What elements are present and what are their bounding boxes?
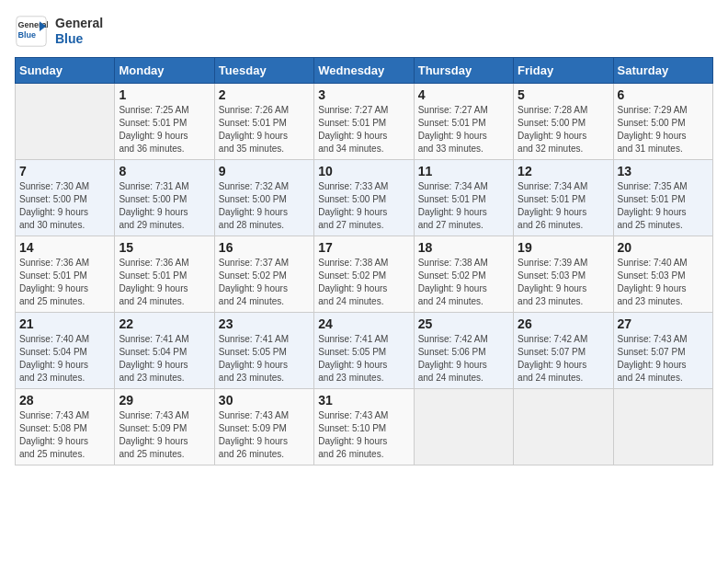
weekday-header-tuesday: Tuesday	[214, 58, 313, 84]
calendar-cell: 5Sunrise: 7:28 AM Sunset: 5:00 PM Daylig…	[514, 84, 613, 160]
calendar-cell: 9Sunrise: 7:32 AM Sunset: 5:00 PM Daylig…	[214, 160, 313, 236]
day-number: 11	[418, 164, 509, 178]
calendar-cell: 22Sunrise: 7:41 AM Sunset: 5:04 PM Dayli…	[115, 313, 214, 389]
weekday-header-friday: Friday	[514, 58, 613, 84]
calendar-cell: 23Sunrise: 7:41 AM Sunset: 5:05 PM Dayli…	[214, 313, 313, 389]
day-info: Sunrise: 7:26 AM Sunset: 5:01 PM Dayligh…	[219, 104, 310, 155]
day-number: 5	[518, 87, 609, 102]
day-number: 6	[618, 87, 709, 102]
calendar-cell: 20Sunrise: 7:40 AM Sunset: 5:03 PM Dayli…	[613, 236, 712, 313]
calendar-cell: 4Sunrise: 7:27 AM Sunset: 5:01 PM Daylig…	[414, 84, 513, 160]
calendar-cell: 28Sunrise: 7:43 AM Sunset: 5:08 PM Dayli…	[16, 389, 115, 465]
calendar-week-row: 28Sunrise: 7:43 AM Sunset: 5:08 PM Dayli…	[16, 389, 713, 465]
day-info: Sunrise: 7:41 AM Sunset: 5:05 PM Dayligh…	[318, 333, 409, 385]
day-number: 8	[119, 164, 210, 178]
calendar-cell: 29Sunrise: 7:43 AM Sunset: 5:09 PM Dayli…	[115, 389, 214, 465]
calendar-cell	[514, 389, 613, 465]
day-number: 17	[318, 240, 409, 255]
weekday-header-thursday: Thursday	[414, 58, 513, 84]
day-number: 15	[119, 240, 210, 255]
day-number: 16	[219, 240, 310, 255]
day-number: 9	[219, 164, 310, 178]
day-info: Sunrise: 7:40 AM Sunset: 5:04 PM Dayligh…	[19, 333, 110, 385]
calendar-cell: 24Sunrise: 7:41 AM Sunset: 5:05 PM Dayli…	[314, 313, 414, 389]
day-number: 4	[418, 87, 509, 102]
calendar-table: SundayMondayTuesdayWednesdayThursdayFrid…	[15, 57, 713, 465]
day-number: 28	[19, 393, 110, 408]
calendar-week-row: 21Sunrise: 7:40 AM Sunset: 5:04 PM Dayli…	[16, 313, 713, 389]
logo-text-line2: Blue	[55, 31, 103, 47]
day-info: Sunrise: 7:43 AM Sunset: 5:09 PM Dayligh…	[219, 409, 310, 461]
day-info: Sunrise: 7:40 AM Sunset: 5:03 PM Dayligh…	[618, 257, 709, 308]
calendar-cell: 12Sunrise: 7:34 AM Sunset: 5:01 PM Dayli…	[514, 160, 613, 236]
day-number: 29	[119, 393, 210, 408]
calendar-cell: 17Sunrise: 7:38 AM Sunset: 5:02 PM Dayli…	[314, 236, 414, 313]
logo-text-line1: General	[55, 16, 103, 31]
calendar-cell	[613, 389, 712, 465]
day-info: Sunrise: 7:32 AM Sunset: 5:00 PM Dayligh…	[219, 180, 310, 232]
calendar-cell: 21Sunrise: 7:40 AM Sunset: 5:04 PM Dayli…	[16, 313, 115, 389]
day-info: Sunrise: 7:25 AM Sunset: 5:01 PM Dayligh…	[119, 104, 210, 155]
day-number: 23	[219, 316, 310, 331]
day-info: Sunrise: 7:31 AM Sunset: 5:00 PM Dayligh…	[119, 180, 210, 232]
weekday-header-saturday: Saturday	[613, 58, 712, 84]
calendar-cell: 16Sunrise: 7:37 AM Sunset: 5:02 PM Dayli…	[214, 236, 313, 313]
calendar-cell: 6Sunrise: 7:29 AM Sunset: 5:00 PM Daylig…	[613, 84, 712, 160]
calendar-cell: 14Sunrise: 7:36 AM Sunset: 5:01 PM Dayli…	[16, 236, 115, 313]
calendar-cell: 27Sunrise: 7:43 AM Sunset: 5:07 PM Dayli…	[613, 313, 712, 389]
day-info: Sunrise: 7:43 AM Sunset: 5:10 PM Dayligh…	[318, 409, 409, 461]
weekday-header-sunday: Sunday	[16, 58, 115, 84]
day-info: Sunrise: 7:27 AM Sunset: 5:01 PM Dayligh…	[418, 104, 509, 155]
day-info: Sunrise: 7:36 AM Sunset: 5:01 PM Dayligh…	[19, 257, 110, 308]
day-number: 27	[618, 316, 709, 331]
day-info: Sunrise: 7:39 AM Sunset: 5:03 PM Dayligh…	[518, 257, 609, 308]
calendar-cell: 18Sunrise: 7:38 AM Sunset: 5:02 PM Dayli…	[414, 236, 513, 313]
day-number: 22	[119, 316, 210, 331]
calendar-cell: 31Sunrise: 7:43 AM Sunset: 5:10 PM Dayli…	[314, 389, 414, 465]
day-number: 25	[418, 316, 509, 331]
day-number: 31	[318, 393, 409, 408]
day-number: 20	[618, 240, 709, 255]
day-info: Sunrise: 7:33 AM Sunset: 5:00 PM Dayligh…	[318, 180, 409, 232]
day-info: Sunrise: 7:35 AM Sunset: 5:01 PM Dayligh…	[618, 180, 709, 232]
calendar-cell: 15Sunrise: 7:36 AM Sunset: 5:01 PM Dayli…	[115, 236, 214, 313]
day-info: Sunrise: 7:38 AM Sunset: 5:02 PM Dayligh…	[318, 257, 409, 308]
calendar-cell: 11Sunrise: 7:34 AM Sunset: 5:01 PM Dayli…	[414, 160, 513, 236]
day-info: Sunrise: 7:27 AM Sunset: 5:01 PM Dayligh…	[318, 104, 409, 155]
header: General Blue General Blue	[15, 15, 713, 48]
calendar-cell: 7Sunrise: 7:30 AM Sunset: 5:00 PM Daylig…	[16, 160, 115, 236]
calendar-cell: 1Sunrise: 7:25 AM Sunset: 5:01 PM Daylig…	[115, 84, 214, 160]
day-number: 12	[518, 164, 609, 178]
day-number: 24	[318, 316, 409, 331]
day-number: 2	[219, 87, 310, 102]
calendar-cell: 3Sunrise: 7:27 AM Sunset: 5:01 PM Daylig…	[314, 84, 414, 160]
weekday-header-wednesday: Wednesday	[314, 58, 414, 84]
calendar-cell	[16, 84, 115, 160]
calendar-cell: 10Sunrise: 7:33 AM Sunset: 5:00 PM Dayli…	[314, 160, 414, 236]
calendar-week-row: 7Sunrise: 7:30 AM Sunset: 5:00 PM Daylig…	[16, 160, 713, 236]
day-info: Sunrise: 7:34 AM Sunset: 5:01 PM Dayligh…	[518, 180, 609, 232]
calendar-cell: 26Sunrise: 7:42 AM Sunset: 5:07 PM Dayli…	[514, 313, 613, 389]
day-info: Sunrise: 7:43 AM Sunset: 5:08 PM Dayligh…	[19, 409, 110, 461]
day-number: 30	[219, 393, 310, 408]
day-number: 19	[518, 240, 609, 255]
day-info: Sunrise: 7:41 AM Sunset: 5:05 PM Dayligh…	[219, 333, 310, 385]
day-info: Sunrise: 7:28 AM Sunset: 5:00 PM Dayligh…	[518, 104, 609, 155]
day-info: Sunrise: 7:37 AM Sunset: 5:02 PM Dayligh…	[219, 257, 310, 308]
calendar-week-row: 14Sunrise: 7:36 AM Sunset: 5:01 PM Dayli…	[16, 236, 713, 313]
day-info: Sunrise: 7:38 AM Sunset: 5:02 PM Dayligh…	[418, 257, 509, 308]
day-number: 26	[518, 316, 609, 331]
day-info: Sunrise: 7:43 AM Sunset: 5:09 PM Dayligh…	[119, 409, 210, 461]
day-number: 10	[318, 164, 409, 178]
day-info: Sunrise: 7:34 AM Sunset: 5:01 PM Dayligh…	[418, 180, 509, 232]
calendar-cell: 19Sunrise: 7:39 AM Sunset: 5:03 PM Dayli…	[514, 236, 613, 313]
calendar-cell: 25Sunrise: 7:42 AM Sunset: 5:06 PM Dayli…	[414, 313, 513, 389]
day-number: 7	[19, 164, 110, 178]
logo-icon: General Blue	[15, 15, 48, 48]
day-info: Sunrise: 7:43 AM Sunset: 5:07 PM Dayligh…	[618, 333, 709, 385]
day-number: 1	[119, 87, 210, 102]
day-info: Sunrise: 7:29 AM Sunset: 5:00 PM Dayligh…	[618, 104, 709, 155]
day-info: Sunrise: 7:41 AM Sunset: 5:04 PM Dayligh…	[119, 333, 210, 385]
logo: General Blue General Blue	[15, 15, 103, 48]
day-number: 18	[418, 240, 509, 255]
